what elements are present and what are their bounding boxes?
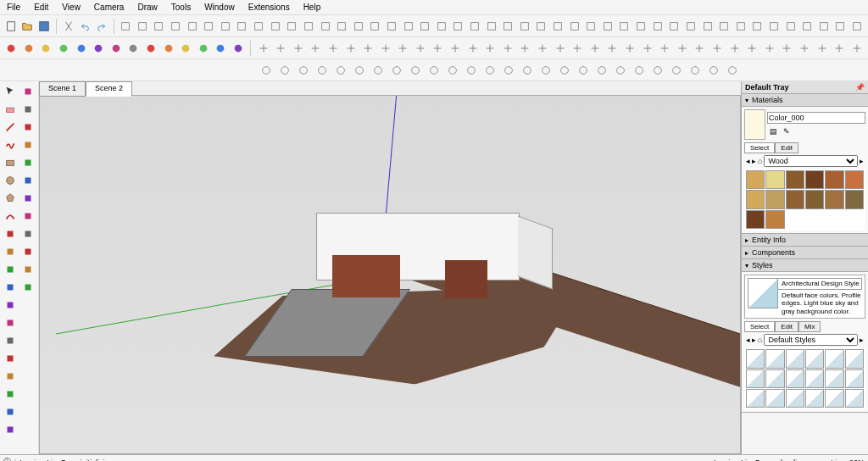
model-house[interactable]	[236, 196, 558, 365]
toolbar-icon[interactable]	[370, 62, 387, 79]
toolbar-icon[interactable]	[56, 40, 72, 57]
menu-camera[interactable]: Camera	[87, 1, 131, 14]
style-swatch[interactable]	[845, 389, 864, 408]
toolbar-icon[interactable]	[593, 62, 610, 79]
toolbar-icon[interactable]	[570, 40, 586, 57]
toolbar-icon[interactable]	[600, 18, 615, 35]
toolbar-icon[interactable]	[332, 62, 349, 79]
rectangle-tool-icon[interactable]	[2, 154, 19, 171]
menu-tools[interactable]: Tools	[164, 1, 198, 14]
redo-icon[interactable]	[94, 18, 109, 35]
style-swatch[interactable]	[805, 369, 824, 388]
viewport-3d[interactable]	[39, 95, 741, 454]
toolbar-icon[interactable]	[444, 62, 461, 79]
toolbar-icon[interactable]	[535, 40, 551, 57]
home-icon[interactable]: ⌂	[758, 336, 762, 344]
toolbar-icon[interactable]	[168, 18, 183, 35]
toolbar-icon[interactable]	[295, 62, 312, 79]
tool-icon[interactable]	[2, 403, 19, 420]
toolbar-icon[interactable]	[517, 18, 532, 35]
toolbar-icon[interactable]	[750, 18, 765, 35]
toolbar-icon[interactable]	[290, 40, 306, 57]
toolbar-icon[interactable]	[552, 40, 568, 57]
menu-extensions[interactable]: Extensions	[242, 1, 297, 14]
tool-icon[interactable]	[19, 172, 36, 189]
material-swatch[interactable]	[805, 190, 824, 208]
toolbar-icon[interactable]	[235, 18, 250, 35]
tool-icon[interactable]	[19, 136, 36, 153]
toolbar-icon[interactable]	[649, 62, 666, 79]
tool-icon[interactable]	[2, 368, 19, 385]
toolbar-icon[interactable]	[668, 62, 685, 79]
toolbar-icon[interactable]	[604, 40, 620, 57]
material-swatch[interactable]	[786, 170, 804, 189]
toolbar-icon[interactable]	[448, 40, 464, 57]
tool-icon[interactable]	[19, 225, 36, 242]
toolbar-icon[interactable]	[407, 62, 424, 79]
styles-panel-header[interactable]: Styles	[742, 259, 868, 272]
toolbar-icon[interactable]	[434, 18, 449, 35]
toolbar-icon[interactable]	[201, 18, 216, 35]
style-swatch[interactable]	[765, 349, 784, 368]
tool-icon[interactable]	[2, 243, 19, 260]
toolbar-icon[interactable]	[451, 18, 466, 35]
tool-icon[interactable]	[19, 101, 36, 118]
back-icon[interactable]: ◂	[746, 336, 750, 344]
toolbar-icon[interactable]	[276, 62, 293, 79]
eraser-tool-icon[interactable]	[2, 101, 19, 118]
toolbar-icon[interactable]	[832, 40, 848, 57]
toolbar-icon[interactable]	[308, 40, 324, 57]
toolbar-icon[interactable]	[481, 62, 498, 79]
toolbar-icon[interactable]	[465, 40, 481, 57]
home-icon[interactable]: ⌂	[758, 157, 762, 165]
toolbar-icon[interactable]	[368, 18, 383, 35]
toolbar-icon[interactable]	[384, 18, 399, 35]
toolbar-icon[interactable]	[733, 18, 748, 35]
toolbar-icon[interactable]	[799, 18, 815, 35]
material-library-select[interactable]: Wood	[764, 155, 858, 167]
scene-tab-1[interactable]: Scene 1	[39, 81, 86, 97]
tool-icon[interactable]	[2, 314, 19, 331]
toolbar-icon[interactable]	[143, 40, 159, 57]
toolbar-icon[interactable]	[674, 40, 690, 57]
select-tool-icon[interactable]	[2, 83, 19, 100]
toolbar-icon[interactable]	[500, 40, 516, 57]
toolbar-icon[interactable]	[21, 40, 37, 57]
components-panel-header[interactable]: Components	[742, 247, 868, 259]
create-material-icon[interactable]: ▤	[767, 125, 779, 137]
back-icon[interactable]: ◂	[746, 157, 750, 165]
menu-window[interactable]: Window	[198, 1, 242, 14]
toolbar-icon[interactable]	[617, 18, 632, 35]
toolbar-icon[interactable]	[631, 62, 648, 79]
toolbar-icon[interactable]	[537, 62, 554, 79]
toolbar-icon[interactable]	[3, 40, 19, 57]
style-swatch[interactable]	[825, 369, 843, 388]
toolbar-icon[interactable]	[417, 18, 432, 35]
toolbar-icon[interactable]	[273, 40, 289, 57]
tool-icon[interactable]	[19, 279, 36, 296]
toolbar-icon[interactable]	[351, 18, 366, 35]
toolbar-icon[interactable]	[633, 18, 648, 35]
save-icon[interactable]	[36, 18, 52, 35]
cut-icon[interactable]	[61, 18, 76, 35]
toolbar-icon[interactable]	[231, 40, 247, 57]
polygon-tool-icon[interactable]	[2, 190, 19, 207]
toolbar-icon[interactable]	[726, 40, 743, 57]
toolbar-icon[interactable]	[700, 18, 715, 35]
toolbar-icon[interactable]	[258, 62, 275, 79]
details-icon[interactable]: ▸	[860, 157, 864, 165]
open-icon[interactable]	[20, 18, 36, 35]
toolbar-icon[interactable]	[583, 18, 598, 35]
material-swatch[interactable]	[765, 190, 784, 208]
toolbar-icon[interactable]	[534, 18, 549, 35]
sample-paint-icon[interactable]: ✎	[781, 125, 793, 137]
material-swatch[interactable]	[746, 170, 765, 189]
style-swatch[interactable]	[746, 349, 765, 368]
toolbar-icon[interactable]	[251, 18, 266, 35]
material-swatch[interactable]	[845, 170, 864, 189]
material-swatch[interactable]	[746, 210, 765, 229]
toolbar-icon[interactable]	[519, 62, 536, 79]
menu-view[interactable]: View	[55, 1, 87, 14]
toolbar-icon[interactable]	[426, 62, 442, 79]
toolbar-icon[interactable]	[849, 18, 865, 35]
